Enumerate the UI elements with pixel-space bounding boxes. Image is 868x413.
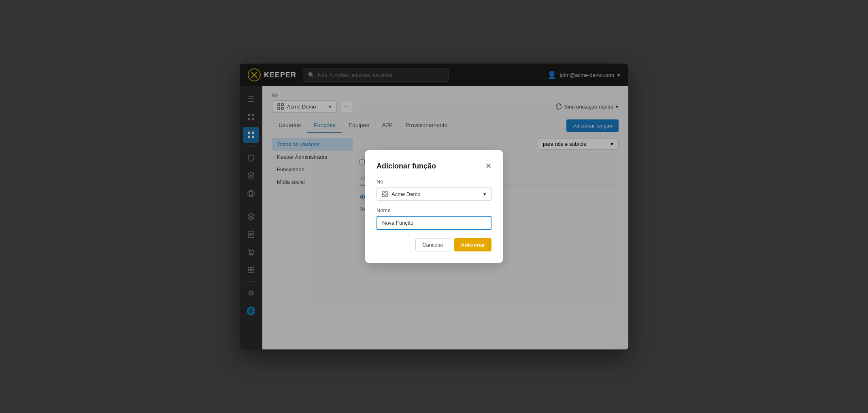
modal-cancel-button[interactable]: Cancelar (415, 238, 450, 251)
svg-rect-32 (382, 195, 384, 197)
modal-name-input[interactable] (377, 216, 491, 230)
modal-add-button[interactable]: Adicionar (454, 238, 491, 251)
modal-node-arrow-icon: ▾ (483, 191, 486, 197)
modal-node-icon (382, 191, 388, 197)
modal-overlay: Adicionar função ✕ Nó Acme Demo ▾ Nome C… (0, 0, 868, 413)
modal-actions: Cancelar Adicionar (377, 238, 491, 251)
modal-title: Adicionar função (377, 162, 436, 170)
add-role-modal: Adicionar função ✕ Nó Acme Demo ▾ Nome C… (365, 150, 503, 263)
modal-node-value: Acme Demo (391, 191, 421, 197)
modal-node-dropdown[interactable]: Acme Demo ▾ (377, 187, 491, 201)
modal-name-label: Nome (377, 207, 491, 213)
svg-rect-33 (386, 195, 388, 197)
modal-node-label: Nó (377, 179, 491, 185)
svg-rect-30 (382, 191, 384, 193)
modal-close-button[interactable]: ✕ (485, 162, 491, 170)
modal-title-row: Adicionar função ✕ (377, 162, 491, 170)
svg-rect-31 (386, 191, 388, 193)
